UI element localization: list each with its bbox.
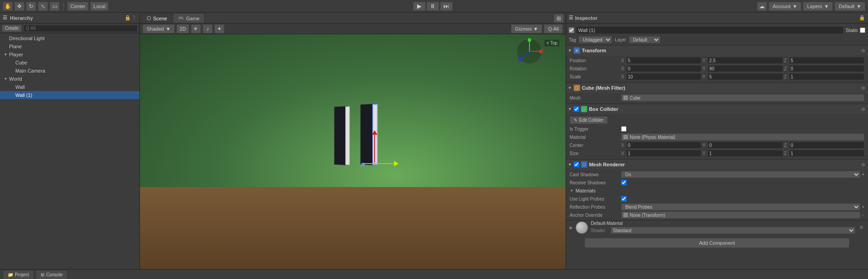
center-z-input[interactable] [789, 142, 864, 149]
box-collider-settings-icon[interactable]: ⚙ [860, 106, 866, 112]
mesh-renderer-icon: ⬡ [581, 161, 587, 168]
size-z-input[interactable] [789, 150, 864, 157]
list-item[interactable]: Main Camera [0, 67, 139, 75]
fx-btn[interactable]: ✦ [214, 24, 224, 33]
create-btn[interactable]: Create [2, 25, 22, 32]
mesh-renderer-settings-icon[interactable]: ⚙ [860, 161, 866, 168]
list-item[interactable]: ▼ Player [0, 50, 139, 59]
layout-dropdown[interactable]: Default ▼ [835, 2, 865, 11]
scene-menu-icon[interactable]: ⊞ [554, 14, 564, 23]
box-collider-header[interactable]: ▼ ◻ Box Collider ⚙ [566, 104, 868, 114]
is-trigger-checkbox[interactable] [621, 126, 627, 132]
2d-btn[interactable]: 2D [176, 24, 189, 33]
cast-shadows-row: Cast Shadows On ▾ [566, 170, 868, 178]
materials-arrow: ▼ [570, 188, 574, 193]
transform-header[interactable]: ▼ ⊕ Transform ⚙ [566, 46, 868, 55]
mesh-value-ref[interactable]: Cube [621, 94, 864, 101]
edit-collider-btn[interactable]: ✎ Edit Collider [570, 116, 608, 124]
list-item[interactable]: Plane [0, 42, 139, 50]
scale-tool-btn[interactable]: ⤡ [38, 2, 48, 11]
scene-orientation-gizmo[interactable]: X Y Z [516, 38, 543, 66]
receive-shadows-checkbox[interactable] [621, 180, 627, 185]
mesh-renderer-enabled-checkbox[interactable] [574, 162, 579, 167]
audio-btn[interactable]: ♪ [203, 24, 213, 33]
tab-game[interactable]: 🎮 Game [173, 13, 204, 23]
material-settings-icon[interactable]: ⚙ [858, 224, 864, 231]
list-item[interactable]: Directional Light [0, 34, 139, 42]
scale-y-input[interactable] [707, 73, 783, 80]
edit-collider-row: ✎ Edit Collider [566, 115, 868, 125]
hierarchy-menu-icon[interactable]: ⋮ [132, 15, 137, 21]
cloud-btn[interactable]: ☁ [757, 2, 767, 11]
center-y-input[interactable] [707, 142, 783, 149]
rot-y-input[interactable] [707, 65, 783, 72]
inspector-lock-icon[interactable]: 🔒 [859, 15, 865, 21]
scene-view[interactable]: X Y Z < Top [140, 34, 566, 269]
tag-dropdown[interactable]: Untagged [579, 36, 612, 43]
list-item[interactable]: Wall [0, 83, 139, 91]
list-item[interactable]: Cube [0, 59, 139, 67]
scale-x-input[interactable] [626, 73, 701, 80]
mesh-filter-settings-icon[interactable]: ⚙ [860, 85, 866, 91]
collider-material-text: None (Physic Material) [630, 135, 675, 140]
scale-label: Scale [570, 74, 619, 79]
size-y-input[interactable] [707, 150, 783, 157]
tab-console[interactable]: ⊞ Console [36, 270, 68, 279]
shader-row: Shader Standard [591, 227, 855, 234]
layers-dropdown[interactable]: Layers ▼ [803, 2, 833, 11]
static-label: Static [845, 27, 858, 33]
anchor-override-ref[interactable]: None (Transform) [621, 211, 860, 219]
tab-scene[interactable]: ⬡ Scene [142, 13, 172, 23]
tab-project[interactable]: 📁 Project [3, 270, 34, 279]
layer-dropdown[interactable]: Default [629, 36, 660, 43]
list-item-selected[interactable]: Wall (1) [0, 91, 139, 99]
hierarchy-search[interactable] [23, 25, 138, 32]
size-x-input[interactable] [626, 150, 701, 157]
pos-y-input[interactable] [707, 57, 783, 64]
scene-all-dropdown[interactable]: Q∙All [544, 24, 563, 33]
collider-size-row: Size X Y Z [566, 149, 868, 157]
material-preview-sphere[interactable] [576, 221, 588, 234]
use-light-probes-checkbox[interactable] [621, 196, 627, 201]
move-tool-btn[interactable]: ✥ [14, 2, 24, 11]
step-btn[interactable]: ⏭ [440, 2, 453, 11]
lighting-btn[interactable]: ☀ [191, 24, 201, 33]
material-fold-arrow[interactable]: ▶ [570, 225, 573, 230]
go-name-input[interactable] [576, 26, 844, 34]
box-collider-enabled-checkbox[interactable] [574, 106, 579, 112]
static-checkbox[interactable] [860, 27, 865, 33]
collider-material-ref[interactable]: None (Physic Material) [621, 133, 864, 141]
list-item[interactable]: ▼ World [0, 75, 139, 83]
mesh-renderer-header[interactable]: ▼ ⬡ Mesh Renderer ⚙ [566, 160, 868, 169]
shader-select[interactable]: Standard [611, 227, 855, 234]
rect-tool-btn[interactable]: ▭ [50, 2, 60, 11]
sy-label: Y [702, 74, 707, 79]
go-active-checkbox[interactable] [569, 27, 574, 33]
play-btn[interactable]: ▶ [413, 2, 426, 11]
hierarchy-lock-icon[interactable]: 🔒 [125, 15, 131, 21]
add-component-btn[interactable]: Add Component [585, 238, 850, 248]
shading-dropdown[interactable]: Shaded ▼ [143, 24, 175, 33]
rotate-tool-btn[interactable]: ↻ [26, 2, 36, 11]
size-y-field: Y [702, 150, 783, 157]
pos-x-input[interactable] [626, 57, 701, 64]
mesh-filter-header[interactable]: ▼ ⬡ Cube (Mesh Filter) ⚙ [566, 83, 868, 93]
center-btn[interactable]: Center [67, 2, 88, 11]
reflection-probes-select[interactable]: Blend Probes [621, 203, 860, 210]
scale-z-input[interactable] [789, 73, 864, 80]
cast-shadows-select[interactable]: On [621, 171, 860, 178]
rot-x-input[interactable] [626, 65, 701, 72]
center-x-input[interactable] [626, 142, 701, 149]
rot-z-input[interactable] [789, 65, 864, 72]
rot-z-field: Z [784, 65, 864, 72]
local-btn[interactable]: Local [90, 2, 108, 11]
gizmos-dropdown[interactable]: Gizmos ▼ [511, 24, 542, 33]
transform-settings-icon[interactable]: ⚙ [860, 47, 866, 54]
center-x-field: X [621, 142, 701, 149]
materials-sub-header[interactable]: ▼ Materials [566, 187, 868, 195]
pause-btn[interactable]: ⏸ [427, 2, 439, 11]
gameobject-header: Static [566, 25, 868, 35]
pos-z-input[interactable] [789, 57, 864, 64]
account-dropdown[interactable]: Account ▼ [769, 2, 802, 11]
hand-tool-btn[interactable]: ✋ [3, 2, 13, 11]
